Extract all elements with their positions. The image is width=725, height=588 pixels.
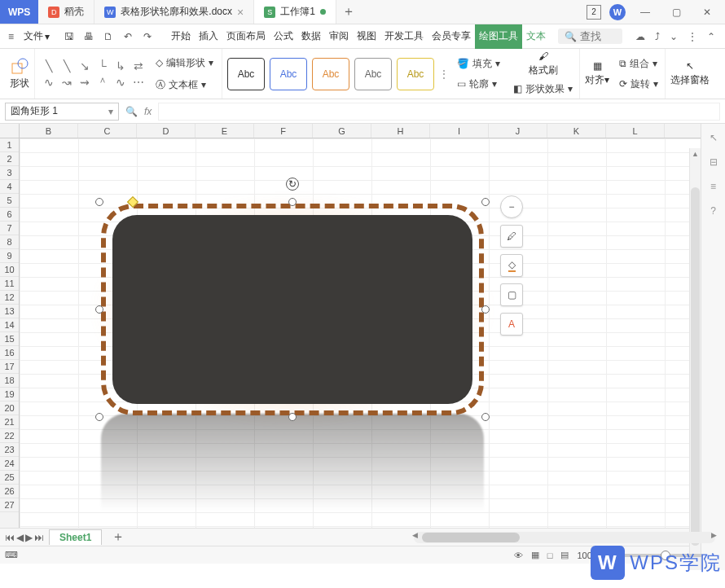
text-box-button[interactable]: Ⓐ 文本框 ▾ — [152, 77, 217, 94]
row-header[interactable]: 6 — [0, 208, 19, 222]
style-preset-4[interactable]: Abc — [354, 58, 392, 90]
save-icon[interactable]: 🖫 — [61, 29, 77, 45]
row-header[interactable]: 10 — [0, 263, 19, 277]
panel-toggle-icon[interactable]: ⌃ — [707, 31, 715, 42]
status-mode-icon[interactable]: ⌨ — [5, 550, 18, 560]
resize-handle-se[interactable] — [481, 413, 490, 421]
row-header[interactable]: 5 — [0, 194, 19, 208]
row-header[interactable]: 26 — [0, 485, 19, 498]
tab-data[interactable]: 数据 — [297, 24, 325, 49]
float-outline-button[interactable]: ◇ — [500, 254, 523, 277]
col-header[interactable]: E — [196, 124, 254, 138]
row-header[interactable]: 22 — [0, 429, 19, 443]
curve-icon[interactable]: ∿ — [40, 74, 58, 90]
cloud-icon[interactable]: ☁ — [635, 31, 645, 42]
tab-dev[interactable]: 开发工具 — [380, 24, 428, 49]
file-menu[interactable]: 文件▾ — [19, 29, 55, 43]
float-effect-button[interactable]: ▢ — [500, 283, 523, 306]
scribble-icon[interactable]: ∿ — [112, 74, 130, 90]
pane-help-icon[interactable]: ? — [710, 205, 716, 217]
tab-insert[interactable]: 插入 — [195, 24, 222, 49]
pane-styles-icon[interactable]: ≡ — [710, 181, 716, 192]
scroll-up-icon[interactable]: ▲ — [690, 148, 701, 160]
fx-icon[interactable]: fx — [144, 106, 152, 117]
row-header[interactable]: 20 — [0, 402, 19, 415]
line-icon[interactable]: ╲ — [40, 58, 58, 74]
fill-button[interactable]: 🪣填充▾ — [455, 55, 502, 72]
col-header[interactable]: F — [254, 124, 313, 138]
search-box[interactable]: 🔍 — [558, 29, 622, 44]
double-elbow-icon[interactable]: ⇄ — [130, 58, 147, 74]
row-header[interactable]: 8 — [0, 235, 19, 249]
scroll-track[interactable] — [690, 168, 701, 570]
sheet-next-icon[interactable]: ▶ — [25, 532, 33, 543]
row-header[interactable]: 3 — [0, 166, 19, 180]
doc-tab-daoke[interactable]: D 稻壳 — [38, 0, 94, 24]
resize-handle-sw[interactable] — [95, 413, 103, 421]
row-header[interactable]: 4 — [0, 180, 19, 194]
row-header[interactable]: 2 — [0, 152, 19, 166]
shape-effect-button[interactable]: ◧形状效果▾ — [512, 81, 574, 98]
resize-handle-n[interactable] — [288, 198, 297, 206]
add-sheet-button[interactable]: ＋ — [107, 529, 130, 546]
horizontal-scrollbar[interactable]: ◀ ▶ — [414, 532, 715, 543]
col-header[interactable]: B — [20, 124, 78, 138]
sheet-first-icon[interactable]: ⏮ — [5, 532, 15, 543]
select-arrow-icon[interactable]: ↖ — [710, 132, 718, 143]
rounded-rectangle-shape[interactable] — [101, 204, 484, 415]
row-header[interactable]: 21 — [0, 415, 19, 429]
sheet-prev-icon[interactable]: ◀ — [16, 532, 24, 543]
col-header[interactable]: L — [606, 124, 665, 138]
resize-handle-w[interactable] — [95, 305, 103, 314]
selection-pane-button[interactable]: ↖ 选择窗格 — [670, 60, 710, 87]
style-more-icon[interactable]: ⋮ — [439, 68, 449, 80]
close-button[interactable]: ✕ — [696, 0, 718, 24]
zoom-slider[interactable] — [622, 554, 703, 557]
col-header[interactable]: D — [137, 124, 196, 138]
row-header[interactable]: 15 — [0, 332, 19, 346]
reading-view-icon[interactable]: 👁 — [514, 551, 523, 560]
zoom-out-button[interactable]: − — [609, 551, 613, 560]
rotate-button[interactable]: ⟳旋转▾ — [617, 76, 660, 93]
row-header[interactable]: 14 — [0, 318, 19, 332]
group-button[interactable]: ⧉组合▾ — [617, 55, 660, 72]
minimize-button[interactable]: — — [634, 0, 657, 24]
tab-start[interactable]: 开始 — [167, 24, 195, 49]
style-preset-1[interactable]: Abc — [227, 58, 265, 90]
line-icon[interactable]: ╲ — [58, 58, 76, 74]
elbow-icon[interactable]: └ — [94, 58, 112, 74]
maximize-button[interactable]: ▢ — [665, 0, 688, 24]
col-header[interactable]: C — [78, 124, 137, 138]
tab-drawing-tools[interactable]: 绘图工具 — [475, 24, 522, 49]
rotate-handle[interactable] — [286, 178, 299, 191]
outline-button[interactable]: ▭轮廓▾ — [455, 76, 502, 93]
print-button[interactable]: 🖶 — [81, 29, 97, 45]
name-box[interactable]: 圆角矩形 1 ▾ — [5, 103, 119, 121]
col-header[interactable]: K — [547, 124, 606, 138]
row-header[interactable]: 11 — [0, 277, 19, 291]
tab-formula[interactable]: 公式 — [270, 24, 297, 49]
curve-arrow-icon[interactable]: ↝ — [58, 74, 76, 90]
row-header[interactable]: 9 — [0, 249, 19, 263]
style-preset-2[interactable]: Abc — [270, 58, 307, 90]
tab-review[interactable]: 审阅 — [325, 24, 353, 49]
elbow-arrow-icon[interactable]: ↳ — [112, 58, 130, 74]
scroll-thumb[interactable] — [691, 187, 700, 546]
arrow-icon[interactable]: ↘ — [76, 58, 94, 74]
row-header[interactable]: 25 — [0, 471, 19, 485]
insert-shape-button[interactable]: 形状 — [10, 57, 29, 90]
account-icon[interactable]: W — [609, 4, 626, 20]
row-header[interactable]: 12 — [0, 291, 19, 305]
float-fill-button[interactable]: 🖊 — [500, 225, 523, 248]
freeform-icon[interactable]: ＾ — [94, 74, 112, 90]
sheet-tab-1[interactable]: Sheet1 — [49, 529, 102, 545]
pane-settings-icon[interactable]: ⊟ — [710, 156, 718, 168]
curve-double-icon[interactable]: ⇝ — [76, 74, 94, 90]
normal-view-icon[interactable]: ▦ — [531, 550, 539, 560]
resize-handle-e[interactable] — [481, 305, 490, 314]
row-header[interactable]: 13 — [0, 305, 19, 318]
cancel-formula-icon[interactable]: 🔍 — [125, 106, 138, 117]
row-header[interactable]: 27 — [0, 498, 19, 512]
more-shapes-icon[interactable]: ⋯ — [130, 74, 147, 90]
tab-text[interactable]: 文本 — [522, 24, 550, 49]
